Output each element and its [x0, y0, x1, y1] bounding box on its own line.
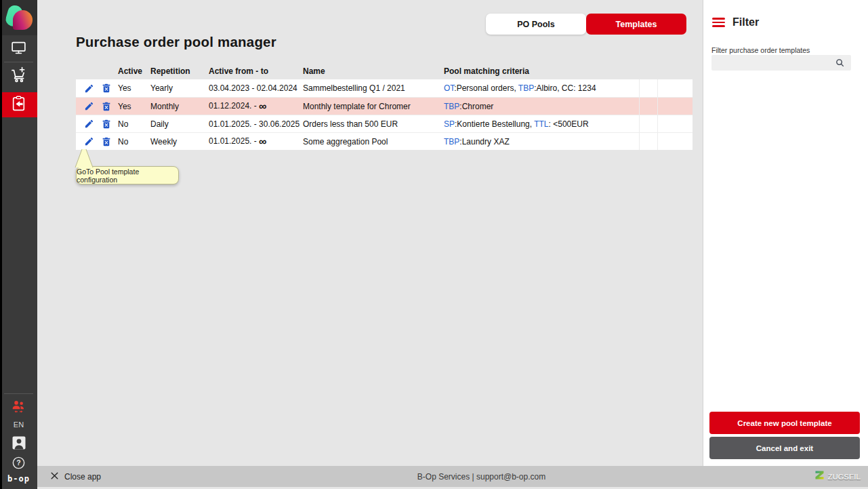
filter-title: Filter — [732, 16, 759, 28]
filter-search-input[interactable] — [711, 55, 851, 71]
table-row: No Daily 01.01.2025. - 30.06.2025. Order… — [76, 115, 693, 132]
cell-criteria: TBP:Chromer — [441, 102, 639, 111]
cell-empty — [639, 98, 657, 115]
cell-period: 01.01.2025. - 30.06.2025. — [206, 119, 300, 129]
cell-name: Orders less than 500 EUR — [300, 119, 441, 129]
view-switcher: PO Pools Templates — [486, 14, 686, 35]
cell-repetition: Yearly — [148, 83, 206, 93]
app-logo[interactable] — [0, 0, 37, 35]
logo-drop-shape — [13, 10, 33, 30]
monitor-icon — [10, 39, 27, 59]
add-cart-icon — [9, 66, 28, 87]
status-bar: Close app B-Op Services | support@b-op.c… — [37, 466, 868, 487]
tooltip: GoTo Pool template configuration — [76, 166, 179, 184]
row-actions — [76, 83, 115, 94]
cell-empty — [657, 115, 693, 132]
cell-empty — [657, 133, 693, 150]
bop-logo: b-op — [0, 473, 37, 485]
edit-icon[interactable] — [83, 100, 95, 112]
avatar-icon — [11, 435, 27, 454]
footer-service-text: B-Op Services | support@b-op.com — [37, 466, 868, 487]
cell-empty — [639, 133, 657, 150]
delete-icon[interactable] — [100, 136, 112, 147]
edit-icon[interactable] — [83, 83, 95, 94]
tab-templates[interactable]: Templates — [586, 14, 686, 35]
sidebar-divider — [4, 62, 33, 62]
delete-icon[interactable] — [100, 118, 112, 130]
create-pool-template-button[interactable]: Create new pool template — [709, 412, 860, 434]
cell-repetition: Monthly — [148, 102, 206, 111]
cell-criteria: SP:Kontierte Bestellung, TTL: <500EUR — [441, 119, 639, 129]
sidebar-divider — [4, 393, 33, 394]
header-criteria: Pool matching criteria — [441, 66, 639, 76]
clipboard-back-icon — [10, 95, 27, 115]
tooltip-tail — [73, 149, 98, 168]
row-actions — [76, 100, 115, 112]
window-edge — [0, 0, 2, 489]
edit-icon[interactable] — [83, 136, 95, 147]
sidebar-item-profile[interactable] — [0, 435, 37, 454]
filter-menu-icon[interactable] — [712, 18, 725, 27]
zugseil-logo: ZUGSEIL — [814, 466, 861, 487]
tab-po-pools[interactable]: PO Pools — [486, 14, 586, 35]
table-body: Yes Yearly 03.04.2023 - 02.04.2024 Samme… — [76, 79, 693, 150]
cell-period: 01.01.2025. - ∞ — [206, 136, 300, 147]
cell-criteria: TBP:Laundry XAZ — [441, 137, 639, 146]
header-name: Name — [300, 66, 441, 76]
zugseil-z-icon — [814, 469, 825, 484]
row-actions — [76, 118, 115, 130]
tooltip-text: GoTo Pool template configuration — [77, 168, 178, 184]
cell-active: No — [115, 137, 148, 146]
header-active: Active — [115, 66, 148, 76]
cell-active: Yes — [115, 102, 148, 111]
cell-repetition: Daily — [148, 119, 206, 129]
cell-period: 01.12.2024. - ∞ — [206, 101, 300, 112]
cell-name: Monthly template for Chromer — [300, 102, 441, 111]
cell-empty — [639, 79, 657, 97]
page-title: Purchase order pool manager — [76, 34, 276, 50]
sidebar-item-help[interactable]: ? — [0, 455, 37, 473]
edit-icon[interactable] — [83, 118, 95, 130]
cell-name: Sammelbestelling Q1 / 2021 — [300, 83, 441, 93]
pool-templates-table: Active Repetition Active from - to Name … — [76, 62, 693, 150]
header-active-from-to: Active from - to — [206, 66, 300, 76]
cell-repetition: Weekly — [148, 137, 206, 146]
language-label: EN — [14, 420, 24, 429]
sidebar-item-switch-user[interactable] — [0, 398, 37, 417]
sidebar-item-purchase[interactable] — [0, 66, 37, 87]
cancel-and-exit-button[interactable]: Cancel and exit — [709, 437, 860, 459]
app-sidebar: EN ? b-op — [0, 0, 37, 489]
delete-icon[interactable] — [100, 100, 112, 112]
sidebar-item-po-pool-manager[interactable] — [0, 92, 37, 117]
cell-period: 03.04.2023 - 02.04.2024 — [206, 83, 300, 93]
cell-empty — [657, 79, 693, 97]
sidebar-language[interactable]: EN — [0, 419, 37, 430]
zugseil-wordmark: ZUGSEIL — [828, 473, 861, 481]
cell-empty — [657, 98, 693, 115]
bop-wordmark: b-op — [7, 474, 30, 484]
delete-icon[interactable] — [100, 83, 112, 94]
filter-input-label: Filter purchase order templates — [711, 46, 810, 54]
table-header: Active Repetition Active from - to Name … — [76, 62, 693, 79]
cell-empty — [639, 115, 657, 132]
table-row: Yes Monthly 01.12.2024. - ∞ Monthly temp… — [76, 97, 693, 115]
table-row: No Weekly 01.01.2025. - ∞ Some aggregati… — [76, 132, 693, 150]
help-icon: ? — [11, 455, 26, 473]
sidebar-item-screens[interactable] — [0, 39, 37, 59]
svg-text:?: ? — [16, 458, 20, 467]
cell-active: Yes — [115, 83, 148, 93]
header-repetition: Repetition — [148, 66, 206, 76]
switch-user-icon — [10, 398, 27, 418]
table-row: Yes Yearly 03.04.2023 - 02.04.2024 Samme… — [76, 79, 693, 97]
row-actions — [76, 136, 115, 147]
cell-criteria: OT:Personal orders, TBP:Albiro, CC: 1234 — [441, 83, 639, 93]
filter-panel: Filter Filter purchase order templates C… — [703, 0, 868, 466]
cell-name: Some aggregation Pool — [300, 137, 441, 146]
cell-active: No — [115, 119, 148, 129]
